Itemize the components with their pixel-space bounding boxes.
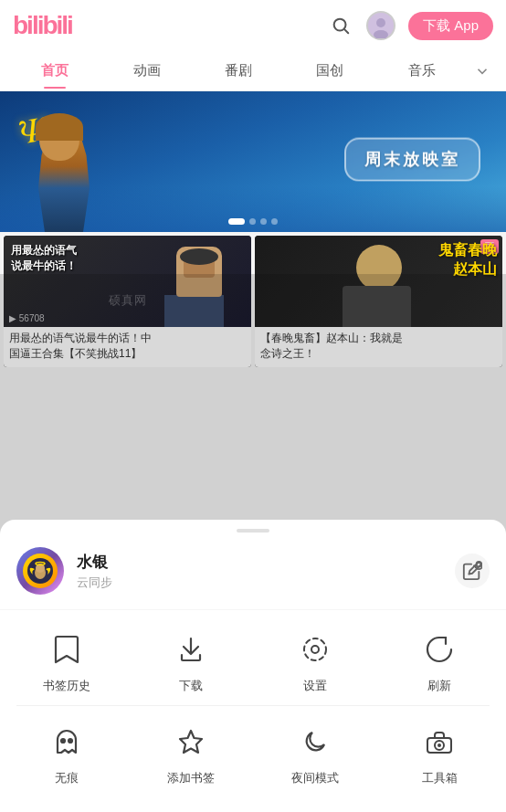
dot-1 (228, 218, 245, 225)
settings-icon (294, 628, 336, 670)
night-mode-label: 夜间模式 (291, 770, 339, 786)
logo-text: bilibili (13, 11, 72, 40)
search-button[interactable] (328, 13, 353, 38)
ghost-icon (46, 721, 88, 763)
menu-settings[interactable]: 设置 (258, 628, 373, 694)
bookmark-icon (46, 628, 88, 670)
header-actions: 下载 App (328, 11, 493, 40)
video-overlay-text-1: 用最怂的语气说最牛的话！ (11, 243, 77, 275)
user-info: 水银 云同步 (77, 552, 455, 591)
tab-home[interactable]: 首页 (9, 53, 100, 89)
refresh-label: 刷新 (427, 678, 451, 694)
dot-3 (260, 218, 267, 225)
toolbox-icon (418, 721, 460, 763)
svg-point-10 (311, 646, 319, 653)
menu-grid-row1: 书签历史 下载 设置 (0, 610, 506, 701)
user-section: 水银 云同步 (0, 533, 506, 610)
svg-marker-14 (180, 731, 202, 753)
download-app-button[interactable]: 下载 App (408, 12, 493, 40)
tab-music[interactable]: 音乐 (376, 53, 468, 89)
tab-guochuang[interactable]: 国创 (284, 53, 375, 89)
svg-point-12 (61, 739, 65, 743)
banner-badge-text: 周末放映室 (364, 151, 460, 169)
edit-profile-button[interactable] (455, 554, 490, 588)
dot-4 (271, 218, 278, 225)
settings-label: 设置 (303, 678, 327, 694)
user-avatar-header[interactable] (366, 11, 395, 40)
moon-icon (294, 721, 336, 763)
hero-banner[interactable]: 𝛹 周末放映室 (0, 91, 506, 232)
svg-point-13 (69, 739, 72, 743)
nav-more-button[interactable] (468, 63, 497, 79)
menu-refresh[interactable]: 刷新 (382, 628, 497, 694)
menu-download[interactable]: 下载 (133, 628, 248, 694)
svg-point-11 (304, 638, 326, 660)
bookmark-label: 书签历史 (43, 678, 90, 694)
menu-ghost[interactable]: 无痕 (9, 721, 124, 786)
toolbox-label: 工具箱 (422, 770, 458, 786)
user-avatar[interactable] (16, 547, 64, 595)
nav-tabs: 首页 动画 番剧 国创 音乐 (0, 51, 506, 91)
user-subtitle: 云同步 (77, 575, 455, 591)
svg-line-1 (344, 29, 348, 33)
menu-toolbox[interactable]: 工具箱 (382, 721, 497, 786)
add-bookmark-label: 添加书签 (167, 770, 215, 786)
svg-point-3 (376, 18, 385, 27)
avatar-inner (23, 554, 58, 588)
bottom-sheet: 水银 云同步 书签历史 (0, 520, 506, 812)
dot-2 (249, 218, 256, 225)
menu-bookmark[interactable]: 书签历史 (9, 628, 124, 694)
star-icon (170, 721, 212, 763)
header: bilibili 下载 App (0, 0, 506, 51)
menu-divider (16, 705, 490, 706)
user-name: 水银 (77, 552, 455, 573)
tab-bangumi[interactable]: 番剧 (193, 53, 284, 89)
svg-point-17 (437, 743, 441, 747)
download-icon (170, 628, 212, 670)
ghost-line-1: 鬼畜春晚 (438, 241, 497, 260)
banner-dots (228, 218, 278, 225)
download-label: 下载 (179, 678, 203, 694)
menu-night-mode[interactable]: 夜间模式 (258, 721, 373, 786)
tab-animation[interactable]: 动画 (100, 53, 192, 89)
logo: bilibili (13, 11, 72, 40)
ghost-label: 无痕 (55, 770, 79, 786)
menu-add-bookmark[interactable]: 添加书签 (133, 721, 248, 786)
refresh-icon (418, 628, 460, 670)
menu-grid-row2: 无痕 添加书签 夜间模式 (0, 710, 506, 794)
